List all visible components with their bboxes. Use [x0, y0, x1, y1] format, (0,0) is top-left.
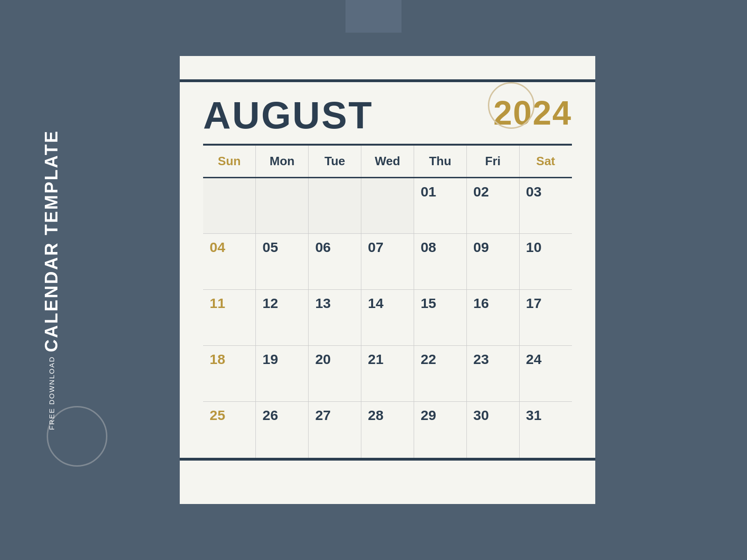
- month-title: AUGUST: [203, 96, 373, 134]
- day-12: 12: [256, 290, 309, 346]
- day-18: 18: [203, 346, 256, 402]
- day-21: 21: [361, 346, 414, 402]
- day-04: 04: [203, 234, 256, 290]
- week-1: 01 02 03: [203, 178, 572, 234]
- header-fri: Fri: [466, 146, 519, 178]
- day-02: 02: [466, 178, 519, 234]
- header-circle-decoration: [488, 82, 535, 129]
- day-23: 23: [466, 346, 519, 402]
- top-decoration: [345, 0, 402, 33]
- day-13: 13: [309, 290, 361, 346]
- day-07: 07: [361, 234, 414, 290]
- day-22: 22: [414, 346, 466, 402]
- day-30: 30: [466, 402, 519, 458]
- bottom-border: [180, 458, 595, 461]
- day-06: 06: [309, 234, 361, 290]
- header-tue: Tue: [309, 146, 361, 178]
- day-empty-1: [203, 178, 256, 234]
- day-11: 11: [203, 290, 256, 346]
- header-sat: Sat: [519, 146, 572, 178]
- day-empty-3: [309, 178, 361, 234]
- day-15: 15: [414, 290, 466, 346]
- header-mon: Mon: [256, 146, 309, 178]
- header-thu: Thu: [414, 146, 466, 178]
- days-header-row: Sun Mon Tue Wed Thu Fri Sat: [203, 146, 572, 178]
- day-25: 25: [203, 402, 256, 458]
- day-28: 28: [361, 402, 414, 458]
- day-26: 26: [256, 402, 309, 458]
- week-3: 11 12 13 14 15 16 17: [203, 290, 572, 346]
- week-2: 04 05 06 07 08 09 10: [203, 234, 572, 290]
- side-label: CALENDAR TEMPLATE FREE DOWNLOAD: [0, 0, 103, 560]
- top-border: [180, 79, 595, 82]
- calendar-grid: Sun Mon Tue Wed Thu Fri Sat 01 02 03: [203, 146, 572, 458]
- day-empty-2: [256, 178, 309, 234]
- calendar-container: AUGUST 2024 Sun Mon Tue Wed Thu Fri Sat: [180, 56, 595, 504]
- week-4: 18 19 20 21 22 23 24: [203, 346, 572, 402]
- header-sun: Sun: [203, 146, 256, 178]
- day-16: 16: [466, 290, 519, 346]
- day-10: 10: [519, 234, 572, 290]
- day-09: 09: [466, 234, 519, 290]
- day-31: 31: [519, 402, 572, 458]
- day-27: 27: [309, 402, 361, 458]
- day-05: 05: [256, 234, 309, 290]
- day-29: 29: [414, 402, 466, 458]
- free-download-label: FREE DOWNLOAD: [48, 356, 56, 430]
- day-03: 03: [519, 178, 572, 234]
- day-19: 19: [256, 346, 309, 402]
- day-01: 01: [414, 178, 466, 234]
- header-wed: Wed: [361, 146, 414, 178]
- calendar-header: AUGUST 2024: [203, 96, 572, 134]
- week-5: 25 26 27 28 29 30 31: [203, 402, 572, 458]
- day-24: 24: [519, 346, 572, 402]
- day-empty-4: [361, 178, 414, 234]
- day-20: 20: [309, 346, 361, 402]
- day-08: 08: [414, 234, 466, 290]
- day-17: 17: [519, 290, 572, 346]
- day-14: 14: [361, 290, 414, 346]
- calendar-template-label: CALENDAR TEMPLATE: [42, 130, 62, 352]
